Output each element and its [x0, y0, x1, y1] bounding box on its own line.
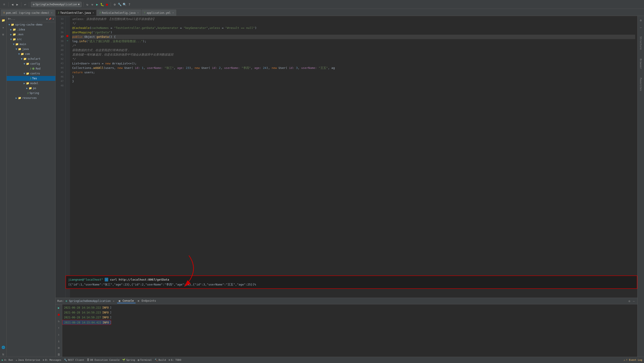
structure-icon[interactable]: ⊞: [1, 32, 6, 37]
right-label-browser[interactable]: Browser: [639, 59, 642, 69]
settings-icon[interactable]: ⚙: [113, 2, 117, 6]
right-label-structure[interactable]: Structure: [639, 36, 642, 50]
tree-item-po[interactable]: ▶ 📁 po: [7, 86, 55, 91]
tree-label: Red: [36, 67, 41, 70]
right-collapse-icon[interactable]: —: [638, 25, 643, 30]
search-icon[interactable]: 🔍: [122, 2, 126, 6]
tab-application-yml[interactable]: Y application.yml ×: [142, 10, 176, 16]
terminal-line-1: jiangnan@"localhost" ~ curl http://local…: [68, 277, 635, 282]
favorites-icon[interactable]: ★: [1, 25, 6, 30]
tree-close-icon[interactable]: ×: [52, 18, 54, 20]
tree-item-model[interactable]: ▶ 📁 model: [7, 81, 55, 86]
kw-44a: new: [118, 66, 124, 70]
code-line-43: List<User> users = new ArrayList<>();: [72, 61, 635, 66]
nav-icon[interactable]: ↩: [23, 2, 27, 6]
tab-pom-close[interactable]: ×: [51, 12, 52, 14]
event-log-btn[interactable]: ⚠ ! Event Log: [624, 358, 642, 362]
tree-item-tes[interactable]: J Tes: [7, 76, 55, 81]
run-settings-btn[interactable]: ⚙: [628, 299, 631, 303]
spring-icon: 🌱: [122, 358, 125, 362]
bottom-terminal[interactable]: ▤ Terminal: [138, 358, 152, 362]
tab-test-close[interactable]: ×: [93, 12, 94, 14]
bottom-messages[interactable]: ≡ 0: Messages: [43, 358, 61, 362]
tree-item-idea[interactable]: ▶ 📁 .idea: [7, 27, 55, 32]
help-icon[interactable]: ?: [127, 2, 131, 6]
tree-item-mvn[interactable]: ▶ 📁 .mvn: [7, 32, 55, 37]
tab-pom-xml[interactable]: X pom.xml (spring-cache-demo) ×: [1, 10, 55, 16]
bottom-java[interactable]: ☕ Java Enterprise: [16, 358, 40, 362]
console-output[interactable]: 2021-06-28 14:14:59.222 INFO 33256 --- […: [62, 304, 111, 357]
terminal-command: curl http://localhost:8067/getData: [110, 278, 169, 281]
code-editor[interactable]: 33 34 35 36 37 38 39 40 41 42 43 44 45 4…: [56, 16, 637, 298]
line-num-33: 33: [56, 17, 65, 21]
debug-icon[interactable]: 🐛: [100, 2, 104, 6]
bottom-todo[interactable]: ≡ 6: TODO: [169, 358, 181, 362]
browser-icon[interactable]: 🌐: [1, 345, 6, 350]
tree-item-red[interactable]: J Red: [7, 66, 55, 71]
todo-icon: ≡: [169, 358, 170, 362]
console-settings-btn[interactable]: ⚙: [56, 345, 61, 350]
toolbar-separator-2: [21, 2, 21, 7]
tree-label: .mvn: [17, 33, 23, 36]
tree-settings-icon[interactable]: ⚙: [46, 18, 48, 20]
console-rerun-btn[interactable]: ↻: [56, 318, 61, 324]
code-content[interactable]: unless: 添加缓存的条件 【当范围结果为null是不添加缓存】 */ @C…: [70, 16, 637, 298]
tree-item-src[interactable]: ▼ 📁 src: [7, 37, 55, 42]
console-clear-btn[interactable]: 🗑: [56, 352, 61, 357]
tree-item-spring-cache-demo[interactable]: ▼ 📁 spring-cache-demo: [7, 22, 55, 27]
tree-item-contro[interactable]: ▼ 📁 contro: [7, 71, 55, 76]
console-scroll-btn[interactable]: ⤓: [56, 338, 61, 344]
tree-pin-icon[interactable]: 📌: [48, 18, 52, 20]
run-tab-console[interactable]: ▤ Console: [117, 299, 136, 303]
project-tree-icon[interactable]: 📁: [1, 18, 6, 23]
tree-item-resources[interactable]: ▶ 📁 resources: [7, 96, 55, 100]
tools-icon[interactable]: 🔧: [118, 2, 122, 6]
bottom-run[interactable]: ▶ 4: Run: [2, 358, 13, 362]
breakpoint-dot-37: [66, 35, 68, 37]
log-level-4: INFO: [102, 320, 109, 324]
gutter-37[interactable]: [66, 34, 69, 38]
console-run-btn[interactable]: ▶: [56, 305, 61, 310]
toolbar-separator-1: [8, 2, 9, 7]
tab-test-controller[interactable]: J TestController.java ×: [55, 10, 96, 16]
right-settings-icon[interactable]: ⚙: [638, 18, 643, 23]
line-num-40: 40: [56, 48, 65, 52]
neo-icon[interactable]: N: [1, 352, 6, 357]
tree-item-main[interactable]: ▼ 📁 main: [7, 42, 55, 47]
console-stop-btn[interactable]: ■: [56, 312, 61, 317]
comment-42: */: [72, 57, 76, 61]
build-icon[interactable]: ⚒: [90, 2, 94, 6]
run-minimize-btn[interactable]: —: [632, 299, 636, 303]
back-icon[interactable]: ◀: [10, 2, 14, 6]
run-tab-close[interactable]: ×: [113, 300, 114, 302]
build-label: Build: [159, 358, 166, 362]
bottom-spring[interactable]: 🌱 Spring: [122, 358, 135, 362]
run-tab-endpoints[interactable]: ⊞ Endpoints: [136, 299, 158, 303]
db-icon: 🗄: [87, 358, 89, 362]
tree-item-config[interactable]: ▼ 📁 config: [7, 61, 55, 66]
tree-item-java[interactable]: ▼ 📁 java: [7, 47, 55, 52]
tab-redis-config[interactable]: J RedisCacheConfig.java ×: [97, 10, 141, 16]
console-down-btn[interactable]: ↓: [56, 332, 61, 337]
project-selector[interactable]: ⚙ SpringCacheDemoApplication ▼: [31, 2, 82, 7]
stop-icon[interactable]: ■: [105, 2, 109, 6]
tab-yml-close[interactable]: ×: [172, 12, 174, 14]
gutter: →: [66, 16, 70, 298]
tree-item-scholart[interactable]: ▼ 📁 scholart: [7, 56, 55, 61]
tree-item-spring[interactable]: J Spring: [7, 91, 55, 96]
run-icon[interactable]: ▶: [95, 2, 99, 6]
kw-37a: public: [72, 35, 84, 38]
bottom-build[interactable]: 🔨 Build: [155, 358, 166, 362]
refresh-icon[interactable]: ↻: [85, 2, 89, 6]
bottom-rest[interactable]: 🔧 REST Client: [64, 358, 84, 362]
bottom-db[interactable]: 🗄 DB Execution Console: [87, 358, 120, 362]
right-label-favorites[interactable]: Favorites: [639, 78, 642, 91]
forward-icon[interactable]: ▶: [15, 2, 19, 6]
event-log-label: ! Event Log: [626, 358, 642, 362]
menu-icon[interactable]: ≡: [2, 2, 7, 7]
folder-icon: ▼: [24, 62, 25, 65]
log-time-3: 2021-06-28 14:14:59.227: [64, 315, 101, 320]
tab-redis-close[interactable]: ×: [137, 12, 139, 14]
console-up-btn[interactable]: ↑: [56, 325, 61, 330]
tree-item-com[interactable]: ▼ 📁 com: [7, 52, 55, 56]
